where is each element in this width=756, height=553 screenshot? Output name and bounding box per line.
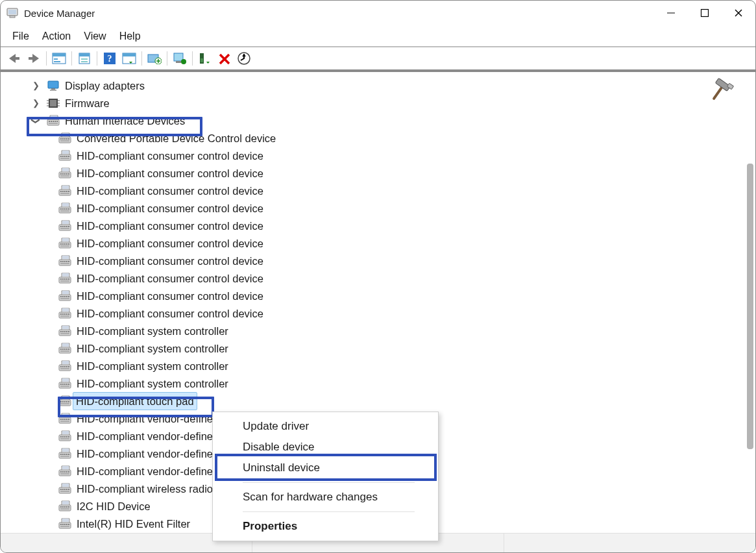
svg-rect-61: [64, 156, 66, 157]
uninstall-device-button[interactable]: [197, 50, 213, 67]
update-driver-button[interactable]: [146, 50, 163, 67]
back-button[interactable]: [6, 50, 23, 67]
svg-rect-136: [60, 315, 69, 317]
svg-rect-134: [66, 313, 67, 315]
svg-rect-171: [60, 401, 62, 402]
ctx-update-driver[interactable]: Update driver: [214, 416, 437, 437]
device-item[interactable]: HID-compliant system controller: [6, 339, 755, 357]
device-label: HID-compliant system controller: [75, 323, 230, 339]
svg-rect-191: [68, 436, 69, 437]
device-item[interactable]: HID-compliant consumer control device: [6, 269, 755, 287]
device-item[interactable]: HID-compliant consumer control device: [6, 234, 755, 252]
ctx-disable-device[interactable]: Disable device: [214, 437, 437, 458]
category-display-adapters[interactable]: ❯Display adapters: [6, 77, 755, 94]
svg-rect-45: [53, 121, 54, 122]
svg-rect-161: [62, 361, 69, 364]
svg-rect-91: [60, 226, 62, 227]
maximize-button[interactable]: [688, 1, 722, 25]
show-hide-console-tree-button[interactable]: [51, 50, 67, 67]
device-item[interactable]: HID-compliant consumer control device: [6, 287, 755, 304]
close-button[interactable]: [722, 1, 755, 25]
chevron-down-icon[interactable]: ❯: [31, 116, 40, 125]
svg-rect-204: [62, 471, 64, 473]
device-item[interactable]: HID-compliant consumer control device: [6, 304, 755, 322]
device-label: I2C HID Device: [75, 498, 152, 515]
svg-rect-43: [49, 121, 50, 122]
svg-rect-120: [60, 280, 69, 282]
svg-rect-212: [62, 489, 64, 490]
svg-rect-168: [60, 386, 69, 387]
svg-rect-224: [60, 508, 69, 510]
svg-rect-209: [62, 466, 69, 469]
hid-icon: [58, 273, 71, 284]
chevron-right-icon[interactable]: ❯: [31, 81, 40, 90]
svg-rect-231: [68, 524, 69, 525]
svg-rect-35: [50, 100, 56, 106]
device-label: HID-compliant consumer control device: [75, 182, 265, 199]
device-item[interactable]: HID-compliant touch pad: [6, 392, 755, 410]
device-label: HID-compliant system controller: [75, 375, 230, 392]
svg-rect-92: [62, 226, 64, 227]
device-item[interactable]: HID-compliant consumer control device: [6, 182, 755, 199]
scan-button[interactable]: [121, 50, 138, 67]
hid-icon: [58, 360, 71, 372]
device-item[interactable]: HID-compliant system controller: [6, 322, 755, 339]
svg-rect-78: [66, 191, 67, 192]
svg-rect-229: [64, 524, 66, 525]
scrollbar-thumb[interactable]: [747, 164, 753, 449]
device-item[interactable]: Converted Portable Device Control device: [6, 129, 755, 147]
ctx-uninstall-device[interactable]: Uninstall device: [214, 458, 437, 478]
svg-rect-89: [62, 203, 69, 206]
hid-icon: [58, 185, 71, 197]
device-item[interactable]: HID-compliant consumer control device: [6, 147, 755, 164]
menu-bar: File Action View Help: [1, 25, 755, 46]
scan-hardware-button[interactable]: [236, 50, 252, 67]
svg-rect-152: [60, 350, 69, 352]
vertical-scrollbar[interactable]: [744, 73, 753, 532]
svg-rect-227: [60, 524, 62, 525]
forward-button[interactable]: [25, 50, 42, 67]
hid-icon: [58, 238, 71, 249]
svg-rect-66: [59, 172, 71, 178]
device-item[interactable]: HID-compliant consumer control device: [6, 199, 755, 217]
properties-button[interactable]: [76, 50, 93, 67]
disable-device-button[interactable]: [216, 50, 233, 67]
ctx-properties[interactable]: Properties: [214, 516, 437, 537]
menu-help[interactable]: Help: [113, 28, 147, 45]
device-item[interactable]: HID-compliant consumer control device: [6, 217, 755, 234]
svg-rect-63: [68, 156, 69, 157]
svg-rect-142: [66, 331, 67, 332]
enable-device-button[interactable]: [171, 50, 188, 67]
device-item[interactable]: HID-compliant system controller: [6, 375, 755, 392]
svg-rect-200: [60, 456, 69, 457]
svg-rect-164: [62, 384, 64, 385]
svg-rect-69: [64, 173, 66, 175]
svg-rect-46: [55, 121, 56, 122]
svg-rect-101: [64, 243, 66, 245]
minimize-button[interactable]: [654, 1, 688, 25]
category-hid[interactable]: ❯Human Interface Devices: [6, 112, 755, 129]
svg-rect-110: [66, 261, 67, 262]
svg-rect-50: [59, 137, 71, 143]
svg-rect-225: [62, 501, 69, 504]
svg-rect-150: [66, 349, 67, 350]
svg-rect-111: [68, 261, 69, 262]
menu-view[interactable]: View: [77, 28, 112, 45]
svg-rect-23: [174, 53, 183, 61]
svg-rect-116: [62, 278, 64, 280]
hid-icon: [58, 167, 71, 179]
device-item[interactable]: HID-compliant consumer control device: [6, 164, 755, 182]
help-button[interactable]: ?: [101, 50, 118, 67]
category-firmware[interactable]: ❯Firmware: [6, 94, 755, 112]
chevron-right-icon[interactable]: ❯: [31, 99, 40, 108]
svg-rect-162: [59, 382, 71, 388]
svg-rect-58: [59, 154, 71, 160]
svg-rect-44: [51, 121, 52, 122]
menu-action[interactable]: Action: [36, 28, 77, 45]
menu-file[interactable]: File: [6, 28, 36, 45]
device-item[interactable]: HID-compliant consumer control device: [6, 252, 755, 269]
hid-icon: [58, 290, 71, 302]
svg-rect-146: [59, 347, 71, 353]
device-item[interactable]: HID-compliant system controller: [6, 357, 755, 375]
ctx-scan-hardware[interactable]: Scan for hardware changes: [214, 487, 437, 508]
